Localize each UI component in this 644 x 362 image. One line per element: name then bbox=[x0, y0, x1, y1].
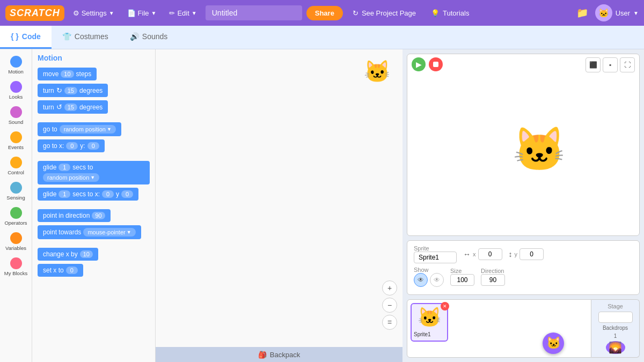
stage-fullscreen-btn[interactable]: ⛶ bbox=[620, 57, 635, 72]
folder-icon-btn[interactable]: 📁 bbox=[574, 4, 591, 21]
project-title-input[interactable] bbox=[206, 5, 302, 20]
sensing-dot bbox=[10, 182, 22, 194]
file-menu[interactable]: 📄 File ▼ bbox=[123, 7, 161, 19]
sidebar-item-motion[interactable]: Motion bbox=[2, 54, 31, 77]
block-point-towards[interactable]: point towards mouse-pointer ▼ bbox=[38, 225, 141, 239]
tabs-row: { } Code 👕 Costumes 🔊 Sounds bbox=[0, 26, 644, 49]
sprite-info-top-row: Sprite ↔ x ↕ y bbox=[414, 245, 633, 263]
user-area[interactable]: 🐱 User ▼ bbox=[595, 4, 639, 21]
backpack-bar[interactable]: 🎒 Backpack bbox=[156, 347, 402, 362]
tab-costumes[interactable]: 👕 Costumes bbox=[52, 26, 119, 49]
right-panel: ▶ ⬛ ▪ ⛶ 🐱 Sprite bbox=[402, 49, 644, 362]
code-icon: { } bbox=[11, 32, 19, 41]
direction-input[interactable] bbox=[481, 274, 505, 286]
edit-icon: ✏ bbox=[169, 9, 175, 17]
sidebar-item-control[interactable]: Control bbox=[2, 154, 31, 178]
x-coord-input[interactable] bbox=[478, 248, 502, 260]
tab-sounds[interactable]: 🔊 Sounds bbox=[119, 26, 178, 49]
settings-chevron-icon: ▼ bbox=[109, 10, 114, 16]
add-backdrop-button[interactable]: 🌄 bbox=[606, 341, 625, 354]
show-hidden-btn[interactable]: 👁 bbox=[430, 273, 444, 287]
sidebar-item-sound[interactable]: Sound bbox=[2, 104, 31, 127]
sprite-delete-button[interactable]: ✕ bbox=[441, 302, 449, 311]
sprite-thumb-image: 🐱 bbox=[414, 306, 445, 329]
sprite-label: Sprite bbox=[414, 245, 457, 263]
block-move[interactable]: move 10 steps bbox=[38, 68, 97, 80]
settings-icon: ⚙ bbox=[73, 9, 79, 17]
sprite-thumb-label: Sprite1 bbox=[414, 331, 431, 337]
events-dot bbox=[10, 131, 22, 143]
x-arrow-icon: ↔ bbox=[463, 250, 471, 258]
sidebar-item-myblocks[interactable]: My Blocks bbox=[2, 255, 31, 278]
zoom-fit-button[interactable]: = bbox=[382, 315, 397, 330]
sidebar-item-looks[interactable]: Looks bbox=[2, 79, 31, 102]
add-backdrop-icon: 🌄 bbox=[609, 341, 622, 354]
stage-title: Stage bbox=[608, 303, 623, 309]
sidebar-item-sensing[interactable]: Sensing bbox=[2, 180, 31, 203]
show-group: Show 👁 👁 bbox=[414, 267, 444, 287]
y-coord-input[interactable] bbox=[519, 248, 544, 260]
block-turn-ccw[interactable]: turn ↺ 15 degrees bbox=[38, 100, 108, 114]
share-button[interactable]: Share bbox=[306, 6, 343, 20]
myblocks-dot bbox=[10, 257, 22, 269]
sprite-info-bottom-row: Show 👁 👁 Size Direction bbox=[414, 267, 633, 287]
sidebar-item-operators[interactable]: Operators bbox=[2, 205, 31, 228]
stage-medium-view-btn[interactable]: ▪ bbox=[603, 57, 618, 72]
tab-code[interactable]: { } Code bbox=[0, 26, 52, 49]
lightbulb-icon: 💡 bbox=[431, 9, 440, 17]
block-turn-cw[interactable]: turn ↻ 15 degrees bbox=[38, 84, 108, 97]
tutorials-link[interactable]: 💡 Tutorials bbox=[426, 7, 474, 19]
backpack-icon: 🎒 bbox=[258, 351, 267, 359]
show-buttons: 👁 👁 bbox=[414, 273, 444, 287]
stage-preview: ▶ ⬛ ▪ ⛶ 🐱 bbox=[407, 54, 640, 236]
sprite-info: Sprite ↔ x ↕ y Show 👁 bbox=[407, 240, 640, 295]
stage-sprite: 🐱 bbox=[513, 124, 566, 175]
sidebar-item-events[interactable]: Events bbox=[2, 129, 31, 152]
scripts-area[interactable]: 🐱 + − = 🎒 Backpack bbox=[156, 49, 402, 362]
stage-controls: ▶ bbox=[412, 57, 443, 71]
see-project-link[interactable]: ↻ See Project Page bbox=[347, 7, 421, 19]
sprites-area: ✕ 🐱 Sprite1 🐱 bbox=[407, 299, 591, 358]
scripts-canvas: 🐱 + − = bbox=[156, 49, 402, 362]
scratch-logo[interactable]: SCRATCH bbox=[5, 5, 64, 21]
user-avatar: 🐱 bbox=[595, 4, 612, 21]
zoom-out-button[interactable]: − bbox=[382, 298, 397, 313]
block-glide-to[interactable]: glide 1 secs to random position ▼ bbox=[38, 161, 150, 184]
stop-icon bbox=[433, 62, 438, 67]
size-input[interactable] bbox=[450, 274, 474, 286]
size-group: Size bbox=[450, 268, 474, 286]
blocks-panel-title: Motion bbox=[38, 54, 150, 62]
backdrops-count: 1 bbox=[614, 333, 617, 339]
motion-dot bbox=[10, 56, 22, 68]
block-point-dir[interactable]: point in direction 90 bbox=[38, 209, 111, 222]
navbar: SCRATCH ⚙ Settings ▼ 📄 File ▼ ✏ Edit ▼ S… bbox=[0, 0, 644, 26]
block-goto[interactable]: go to random position ▼ bbox=[38, 122, 121, 136]
sound-icon: 🔊 bbox=[130, 32, 139, 41]
control-dot bbox=[10, 157, 22, 168]
edit-menu[interactable]: ✏ Edit ▼ bbox=[165, 7, 201, 19]
zoom-in-button[interactable]: + bbox=[382, 280, 397, 295]
stage-small-view-btn[interactable]: ⬛ bbox=[586, 57, 601, 72]
stop-button[interactable] bbox=[429, 57, 443, 71]
stage-area-right: Stage Backdrops 1 🌄 bbox=[591, 299, 640, 358]
zoom-controls: + − = bbox=[382, 280, 397, 330]
add-sprite-icon: 🐱 bbox=[546, 336, 561, 350]
file-chevron-icon: ▼ bbox=[151, 10, 157, 16]
stage-view-buttons: ⬛ ▪ ⛶ bbox=[586, 57, 635, 72]
add-sprite-button[interactable]: 🐱 bbox=[543, 333, 564, 354]
block-glide-xy[interactable]: glide 1 secs to x: 0 y 0 bbox=[38, 188, 138, 201]
main-area: Motion Looks Sound Events Control Sensin… bbox=[0, 49, 644, 362]
sidebar-item-variables[interactable]: Variables bbox=[2, 230, 31, 253]
block-change-x[interactable]: change x by 10 bbox=[38, 248, 98, 261]
stage-backdrop-thumb[interactable] bbox=[598, 312, 633, 323]
sprite-name-input[interactable] bbox=[414, 252, 457, 263]
show-visible-btn[interactable]: 👁 bbox=[414, 273, 428, 287]
settings-menu[interactable]: ⚙ Settings ▼ bbox=[69, 7, 119, 19]
sidebar: Motion Looks Sound Events Control Sensin… bbox=[0, 49, 32, 362]
block-goto-xy[interactable]: go to x: 0 y: 0 bbox=[38, 139, 105, 152]
blocks-panel: Motion move 10 steps turn ↻ 15 degrees t… bbox=[32, 49, 156, 362]
block-set-x[interactable]: set x to 0 bbox=[38, 264, 83, 277]
sound-dot bbox=[10, 106, 22, 118]
green-flag-button[interactable]: ▶ bbox=[412, 57, 426, 71]
sprite-thumb-sprite1[interactable]: ✕ 🐱 Sprite1 bbox=[411, 303, 448, 342]
